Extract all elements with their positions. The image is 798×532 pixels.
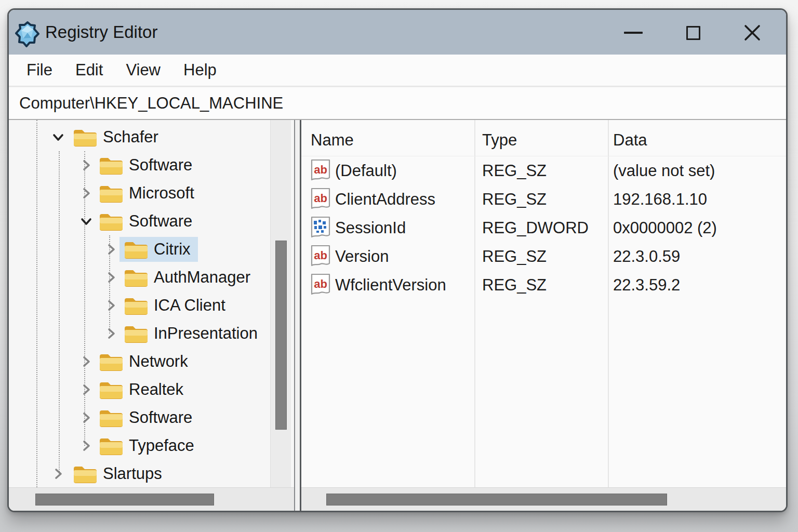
folder-icon	[99, 380, 123, 400]
address-bar[interactable]: Computer\HKEY_LOCAL_MACHINE	[9, 88, 786, 120]
chevron-right-icon[interactable]	[104, 242, 118, 257]
chevron-down-icon[interactable]	[51, 130, 65, 144]
chevron-right-icon[interactable]	[51, 467, 65, 481]
column-header-data[interactable]: Data	[613, 125, 647, 155]
folder-icon	[99, 211, 123, 231]
tree-item-label: Citrix	[154, 240, 191, 259]
dword-value-icon	[310, 216, 331, 240]
value-data: 22.3.0.59	[613, 242, 680, 271]
svg-text:ab: ab	[314, 277, 327, 290]
tree-item-ica-client[interactable]: ICA Client	[9, 291, 294, 320]
menu-file[interactable]: File	[26, 61, 64, 79]
column-header-name[interactable]: Name	[311, 125, 354, 155]
tree-node-box: Software	[95, 405, 200, 430]
values-horizontal-scrollbar-thumb[interactable]	[326, 494, 667, 506]
chevron-down-icon[interactable]	[79, 214, 94, 229]
tree-item-label: Network	[129, 352, 188, 371]
tree-vertical-scrollbar-thumb[interactable]	[275, 241, 287, 430]
chevron-right-icon[interactable]	[79, 186, 94, 201]
registry-tree-pane: SchaferSoftwareMicrosoftSoftwareCitrixAu…	[9, 120, 294, 487]
tree-item-label: Software	[129, 408, 192, 427]
tree-node-box: Schafer	[69, 125, 166, 150]
tree-node-box: InPresentation	[119, 321, 265, 346]
menu-edit[interactable]: Edit	[64, 61, 114, 79]
tree-item-software[interactable]: Software	[9, 404, 294, 432]
tree-item-label: InPresentation	[154, 324, 258, 343]
folder-icon	[99, 352, 123, 371]
value-row-wfclientversion[interactable]: abWfclientVersionREG_SZ22.3.59.2	[301, 271, 786, 299]
tree-item-schafer[interactable]: Schafer	[9, 123, 294, 151]
value-data: 0x0000002 (2)	[613, 214, 717, 242]
folder-icon	[124, 268, 148, 287]
chevron-right-icon[interactable]	[79, 410, 94, 425]
column-header-type[interactable]: Type	[482, 125, 517, 155]
values-header-row: Name Type Data	[301, 125, 786, 155]
tree-item-microsoft[interactable]: Microsoft	[9, 179, 294, 207]
folder-icon	[99, 155, 123, 175]
horizontal-scrollbar-strip	[9, 487, 786, 511]
content-area: SchaferSoftwareMicrosoftSoftwareCitrixAu…	[9, 120, 786, 511]
title-bar[interactable]: Registry Editor	[9, 10, 786, 55]
tree-item-label: Schafer	[103, 128, 158, 147]
value-type: REG_SZ	[482, 185, 547, 214]
address-path: Computer\HKEY_LOCAL_MACHINE	[19, 94, 283, 112]
tree-item-network[interactable]: Network	[9, 348, 294, 376]
tree-item-label: Typeface	[129, 436, 194, 455]
string-value-icon: ab	[310, 158, 331, 183]
value-row--default-[interactable]: ab(Default)REG_SZ(value not set)	[301, 156, 786, 185]
chevron-right-icon[interactable]	[79, 158, 94, 172]
value-name: ClientAddress	[335, 185, 435, 214]
value-name: WfclientVersion	[335, 271, 446, 299]
chevron-right-icon[interactable]	[104, 298, 118, 313]
tree-node-box: AuthManager	[119, 265, 258, 290]
registry-editor-window: Registry Editor File Edit View Help Comp…	[7, 8, 788, 512]
menu-view[interactable]: View	[114, 61, 172, 79]
tree-item-software[interactable]: Software	[9, 151, 294, 179]
values-pane: Name Type Data ab(Default)REG_SZ(value n…	[301, 120, 786, 487]
close-button[interactable]	[738, 18, 767, 47]
value-row-clientaddress[interactable]: abClientAddressREG_SZ192.168.1.10	[301, 185, 786, 214]
tree-item-realtek[interactable]: Realtek	[9, 376, 294, 404]
chevron-right-icon[interactable]	[104, 326, 118, 341]
maximize-button[interactable]	[679, 18, 708, 47]
value-type: REG_SZ	[482, 156, 547, 185]
tree-item-typeface[interactable]: Typeface	[9, 432, 294, 460]
tree-item-label: Microsoft	[129, 184, 194, 203]
svg-text:ab: ab	[314, 192, 327, 205]
tree-item-label: Software	[129, 156, 192, 175]
tree-item-citrix[interactable]: Citrix	[9, 235, 294, 263]
tree-horizontal-scrollbar-thumb[interactable]	[35, 494, 214, 506]
minimize-button[interactable]	[619, 18, 648, 47]
pane-splitter[interactable]	[294, 120, 301, 511]
close-icon	[742, 23, 762, 43]
value-name: SessionId	[335, 214, 406, 242]
maximize-icon	[686, 26, 700, 40]
tree-item-label: Slartups	[103, 464, 162, 483]
folder-icon	[99, 183, 123, 203]
value-name: Version	[335, 242, 389, 271]
tree-item-inpresentation[interactable]: InPresentation	[9, 320, 294, 348]
menu-bar: File Edit View Help	[9, 55, 786, 87]
chevron-right-icon[interactable]	[104, 270, 118, 285]
string-value-icon: ab	[310, 187, 331, 211]
chevron-right-icon[interactable]	[79, 354, 94, 369]
tree-vertical-scrollbar[interactable]	[270, 120, 291, 487]
folder-icon	[73, 127, 97, 147]
value-row-version[interactable]: abVersionREG_SZ22.3.0.59	[301, 242, 786, 271]
tree-item-authmanager[interactable]: AuthManager	[9, 263, 294, 291]
tree-item-software[interactable]: Software	[9, 207, 294, 235]
value-type: REG_DWORD	[482, 214, 589, 242]
tree-node-box: Microsoft	[95, 181, 202, 206]
tree-node-box: Slartups	[69, 461, 169, 486]
chevron-right-icon[interactable]	[79, 438, 94, 453]
tree-node-box: Software	[95, 153, 200, 178]
menu-help[interactable]: Help	[172, 61, 228, 79]
value-data: 22.3.59.2	[613, 271, 680, 299]
string-value-icon: ab	[310, 273, 331, 297]
chevron-right-icon[interactable]	[79, 382, 94, 397]
value-row-sessionid[interactable]: SessionIdREG_DWORD0x0000002 (2)	[301, 214, 786, 242]
tree-item-label: Realtek	[129, 380, 183, 399]
tree-item-slartups[interactable]: Slartups	[9, 460, 294, 487]
tree-node-box: Realtek	[95, 377, 191, 402]
tree-node-box: Typeface	[95, 433, 202, 458]
